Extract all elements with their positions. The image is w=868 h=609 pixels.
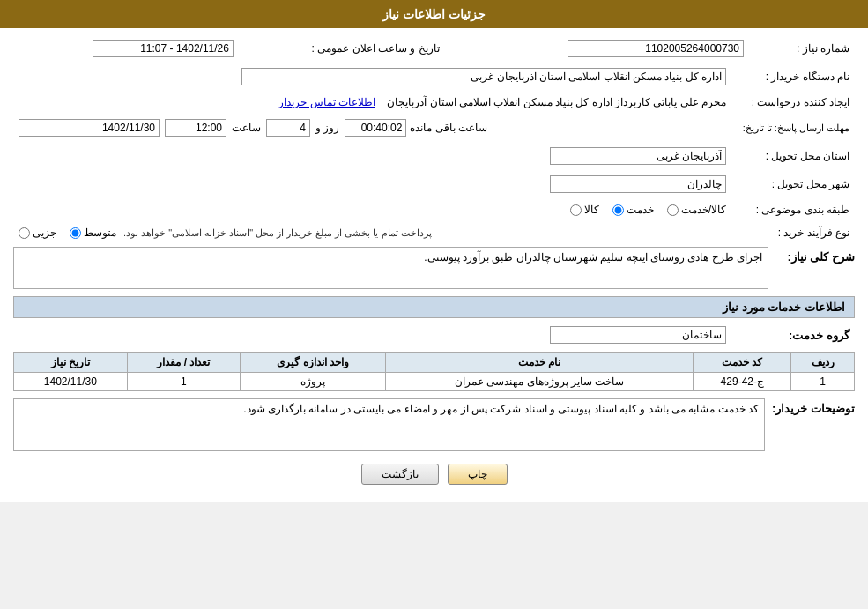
buyer-org-input bbox=[241, 68, 726, 85]
purchase-jozi-radio[interactable] bbox=[19, 227, 30, 239]
desc-value: اجرای طرح هادی روستای اینچه سلیم شهرستان… bbox=[13, 247, 768, 289]
cell-code: ج-42-429 bbox=[694, 373, 791, 391]
purchase-options-cell: جزیی متوسط پرداخت تمام یا بخشی از مبلغ خ… bbox=[13, 224, 731, 241]
time-label: ساعت bbox=[232, 122, 261, 134]
province-input bbox=[550, 147, 726, 165]
col-header-row: ردیف bbox=[791, 353, 855, 373]
info-table-service-group: گروه خدمت: bbox=[13, 323, 855, 346]
city-label: شهر محل تحویل : bbox=[731, 173, 855, 196]
creator-contact-link[interactable]: اطلاعات تماس خریدار bbox=[278, 96, 375, 108]
deadline-label: مهلت ارسال پاسخ: تا تاریخ: bbox=[731, 116, 855, 139]
buyer-org-label: نام دستگاه خریدار : bbox=[731, 65, 855, 88]
need-number-input bbox=[568, 40, 744, 57]
category-radio-group: کالا خدمت کالا/خدمت bbox=[570, 204, 726, 216]
purchase-mota-radio[interactable] bbox=[70, 227, 81, 239]
info-table-city: شهر محل تحویل : bbox=[13, 173, 855, 196]
days-label: روز و bbox=[315, 122, 339, 134]
purchase-mota-item: متوسط bbox=[70, 227, 116, 239]
button-row: چاپ بازگشت bbox=[13, 464, 855, 485]
category-label: طبقه بندی موضوعی : bbox=[731, 201, 855, 219]
need-number-label: شماره نیاز : bbox=[749, 37, 855, 60]
pub-date-label: تاریخ و ساعت اعلان عمومی : bbox=[239, 37, 445, 60]
cell-name: ساخت سایر پروژه‌های مهندسی عمران bbox=[385, 373, 693, 391]
desc-content: اجرای طرح هادی روستای اینچه سلیم شهرستان… bbox=[13, 247, 768, 289]
cell-date: 1402/11/30 bbox=[14, 373, 128, 391]
purchase-jozi-label: جزیی bbox=[33, 227, 56, 239]
cell-unit: پروژه bbox=[241, 373, 386, 391]
creator-row: محرم علی یاباتی کاربرداز اداره کل بنیاد … bbox=[13, 93, 731, 111]
info-table-province: استان محل تحویل : bbox=[13, 145, 855, 167]
cell-qty: 1 bbox=[127, 373, 241, 391]
info-table-deadline: مهلت ارسال پاسخ: تا تاریخ: ساعت باقی مان… bbox=[13, 116, 855, 139]
desc-section: شرح کلی نیاز: اجرای طرح هادی روستای اینچ… bbox=[13, 247, 855, 289]
col-header-date: تاریخ نیاز bbox=[14, 353, 128, 373]
buyer-org-value bbox=[13, 65, 731, 88]
info-table-row3: ایجاد کننده درخواست : محرم علی یاباتی کا… bbox=[13, 93, 855, 111]
deadline-time-input bbox=[165, 119, 226, 137]
purchase-radio-group: جزیی متوسط bbox=[19, 227, 116, 239]
remain-label: ساعت باقی مانده bbox=[410, 122, 487, 134]
category-both-label: کالا/خدمت bbox=[681, 204, 726, 216]
col-header-name: نام خدمت bbox=[385, 353, 693, 373]
buyer-notes-content: کد خدمت مشابه می باشد و کلیه اسناد پیوست… bbox=[13, 398, 765, 451]
category-khedmat-item: خدمت bbox=[612, 204, 654, 216]
buyer-notes-label: توضیحات خریدار: bbox=[772, 398, 855, 415]
category-both-radio[interactable] bbox=[667, 204, 679, 216]
print-button[interactable]: چاپ bbox=[448, 464, 508, 485]
cell-row: 1 bbox=[791, 373, 855, 391]
purchase-note: پرداخت تمام یا بخشی از مبلغ خریدار از مح… bbox=[123, 227, 432, 239]
service-group-input bbox=[550, 326, 726, 344]
purchase-type-label: نوع فرآیند خرید : bbox=[731, 224, 855, 241]
category-khedmat-radio[interactable] bbox=[612, 204, 624, 216]
info-table-purchase: نوع فرآیند خرید : جزیی متوسط bbox=[13, 224, 855, 241]
province-label: استان محل تحویل : bbox=[731, 145, 855, 167]
category-kala-item: کالا bbox=[570, 204, 599, 216]
service-group-label: گروه خدمت: bbox=[731, 323, 855, 346]
creator-label: ایجاد کننده درخواست : bbox=[731, 93, 855, 111]
deadline-date-input bbox=[19, 119, 160, 137]
services-table: ردیف کد خدمت نام خدمت واحد اندازه گیری ت… bbox=[13, 352, 855, 391]
col-header-qty: تعداد / مقدار bbox=[127, 353, 241, 373]
col-header-code: کد خدمت bbox=[694, 353, 791, 373]
days-input bbox=[266, 119, 310, 137]
info-table-row1: شماره نیاز : تاریخ و ساعت اعلان عمومی : bbox=[13, 37, 855, 60]
desc-label: شرح کلی نیاز: bbox=[775, 247, 855, 264]
page-title: جزئیات اطلاعات نیاز bbox=[0, 0, 868, 28]
info-table-row2: نام دستگاه خریدار : bbox=[13, 65, 855, 88]
city-input bbox=[550, 175, 726, 193]
info-table-category: طبقه بندی موضوعی : کالا خدمت کالا/خدمت bbox=[13, 201, 855, 219]
remain-time-input bbox=[345, 119, 406, 137]
content-area: شماره نیاز : تاریخ و ساعت اعلان عمومی : … bbox=[0, 28, 868, 502]
purchase-mota-label: متوسط bbox=[84, 227, 116, 239]
category-khedmat-label: خدمت bbox=[627, 204, 654, 216]
remaining-box: ساعت باقی مانده bbox=[345, 119, 487, 137]
category-kala-label: کالا bbox=[584, 204, 599, 216]
services-section-title: اطلاعات خدمات مورد نیاز bbox=[13, 296, 855, 318]
purchase-jozi-item: جزیی bbox=[19, 227, 56, 239]
table-row: 1 ج-42-429 ساخت سایر پروژه‌های مهندسی عم… bbox=[14, 373, 855, 391]
category-both-item: کالا/خدمت bbox=[667, 204, 726, 216]
buyer-notes-value: کد خدمت مشابه می باشد و کلیه اسناد پیوست… bbox=[13, 398, 765, 451]
back-button[interactable]: بازگشت bbox=[361, 464, 439, 485]
category-options: کالا خدمت کالا/خدمت bbox=[13, 201, 731, 219]
creator-value: محرم علی یاباتی کاربرداز اداره کل بنیاد … bbox=[387, 96, 726, 108]
province-value bbox=[13, 145, 731, 167]
category-kala-radio[interactable] bbox=[570, 204, 582, 216]
col-header-unit: واحد اندازه گیری bbox=[241, 353, 386, 373]
pub-date-input bbox=[93, 40, 234, 57]
deadline-row: ساعت باقی مانده روز و ساعت bbox=[13, 116, 731, 139]
city-value bbox=[13, 173, 731, 196]
buyer-notes-section: توضیحات خریدار: کد خدمت مشابه می باشد و … bbox=[13, 398, 855, 451]
need-number-value bbox=[471, 37, 749, 60]
pub-date-value bbox=[13, 37, 239, 60]
page-container: جزئیات اطلاعات نیاز شماره نیاز : تاریخ و… bbox=[0, 0, 868, 502]
service-group-value bbox=[13, 323, 731, 346]
